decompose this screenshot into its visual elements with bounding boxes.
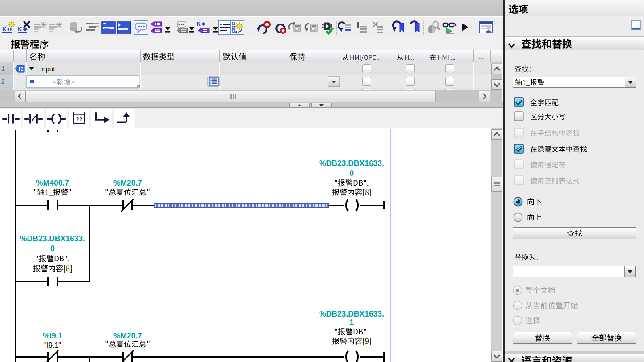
svg-text:K: K	[197, 21, 201, 27]
svg-text:K: K	[2, 26, 7, 33]
svg-text:K: K	[18, 26, 22, 33]
svg-text:??: ??	[76, 116, 83, 122]
